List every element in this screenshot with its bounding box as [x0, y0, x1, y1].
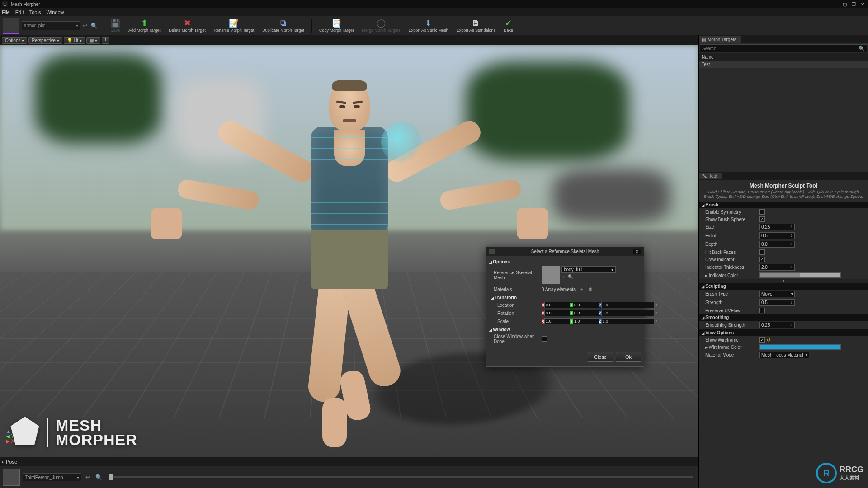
menu-tools[interactable]: Tools [29, 9, 41, 15]
menu-file[interactable]: File [2, 9, 10, 15]
menu-window[interactable]: Window [46, 9, 64, 15]
dialog-section-options[interactable]: Options [489, 258, 641, 265]
ref-mesh-dropdown[interactable]: body_full▾ [561, 266, 616, 273]
add-icon: ⬆ [141, 19, 148, 27]
brush-size-input[interactable]: 0.25⇕ [760, 224, 795, 230]
restore-button[interactable]: ❐ [850, 2, 857, 7]
indicator-thickness-input[interactable]: 2.0⇕ [760, 264, 795, 271]
anim-back-icon[interactable]: ↩ [84, 474, 91, 480]
reset-icon[interactable]: ↺ [767, 338, 770, 343]
asset-thumbnail[interactable] [3, 18, 19, 34]
dialog-ok-btn[interactable]: Ok [616, 352, 641, 362]
asset-back-icon[interactable]: ↩ [81, 23, 89, 29]
tool-icon: 🔧 [702, 174, 707, 178]
tab-morph-targets[interactable]: ▤ Morph Targets [699, 36, 741, 43]
smoothing-strength-input[interactable]: 0.25⇕ [760, 322, 795, 328]
draw-indicator-checkbox[interactable]: ✓ [760, 257, 765, 262]
wireframe-color-swatch[interactable] [760, 344, 841, 350]
bake-button[interactable]: ✔ Bake [500, 17, 517, 35]
search-icon: 🔍 [859, 46, 865, 52]
morph-target-item[interactable]: Test [699, 61, 868, 68]
duplicate-morph-target-button[interactable]: ⧉ Duplicate Morph Target [259, 17, 308, 35]
minimize-button[interactable]: — [832, 2, 839, 7]
morph-search[interactable]: 🔍 [700, 44, 867, 52]
rename-morph-target-button[interactable]: 📝 Rename Morph Target [210, 17, 258, 35]
morph-column-header: Name [699, 53, 868, 61]
viewport-lit-button[interactable]: 💡Lit▾ [64, 37, 85, 44]
dialog-close-btn[interactable]: Close [588, 352, 613, 362]
timeline-handle[interactable] [109, 474, 113, 480]
strength-input[interactable]: 0.5⇕ [760, 299, 795, 306]
brush-depth-input[interactable]: 0.0⇕ [760, 241, 795, 248]
enable-symmetry-checkbox[interactable] [760, 209, 765, 215]
preserve-uvflow-checkbox[interactable] [760, 308, 765, 313]
timeline-track[interactable] [109, 476, 693, 478]
close-when-done-label: Close Window when Done [494, 334, 539, 344]
materials-add-icon[interactable]: ＋ [580, 286, 584, 292]
merge-morph-targets-button[interactable]: ◯ Merge Morph Targets [358, 17, 404, 35]
morph-search-input[interactable] [702, 46, 859, 51]
ref-mesh-label: Reference Skeletal Mesh [494, 270, 539, 280]
close-window-button[interactable]: ✕ [859, 2, 866, 7]
section-sculpting[interactable]: Sculpting [699, 283, 868, 290]
ref-search-icon[interactable]: 🔍 [568, 274, 573, 279]
scale-z-input[interactable] [601, 318, 655, 324]
viewport-misc-button[interactable]: ! [102, 37, 109, 44]
chevron-down-icon: ▾ [57, 38, 59, 43]
dialog-section-window[interactable]: Window [489, 325, 641, 333]
show-wireframe-checkbox[interactable]: ✓ [760, 337, 765, 343]
asset-dropdown[interactable]: armor_pbr ▾ [22, 21, 80, 30]
rotation-z-input[interactable] [601, 310, 655, 316]
expand-icon[interactable]: ▸ [2, 460, 4, 464]
materials-clear-icon[interactable]: 🗑 [588, 287, 593, 292]
toolbar: armor_pbr ▾ ↩ 🔍 💾 Save ⬆ Add Morph Targe… [0, 16, 868, 35]
brush-falloff-input[interactable]: 0.5⇕ [760, 232, 795, 239]
menubar: File Edit Tools Window [0, 8, 868, 16]
copy-icon: 📑 [331, 19, 341, 27]
maximize-button[interactable]: ▢ [841, 2, 848, 7]
export-static-mesh-button[interactable]: ⬇ Export As Static Mesh [405, 17, 452, 35]
viewport-options-button[interactable]: Options▾ [2, 37, 27, 44]
brush-type-dropdown[interactable]: Move▾ [760, 291, 795, 297]
viewport-perspective-button[interactable]: Perspective▾ [28, 37, 62, 44]
tool-title: Mesh Morpher Sculpt Tool [699, 180, 868, 190]
chevron-down-icon: ▾ [22, 38, 24, 43]
dialog-section-transform[interactable]: Transform [489, 293, 641, 301]
lightbulb-icon: 💡 [67, 38, 72, 43]
delete-morph-target-button[interactable]: ✖ Delete Morph Target [165, 17, 209, 35]
copy-morph-target-button[interactable]: 📑 Copy Morph Target [316, 17, 357, 35]
material-mode-dropdown[interactable]: Mesh Focus Material▾ [760, 352, 809, 358]
rename-icon: 📝 [229, 19, 239, 27]
morph-targets-tabbar: ▤ Morph Targets [699, 35, 868, 43]
asset-search-icon[interactable]: 🔍 [90, 23, 99, 29]
export-standalone-button[interactable]: 🗎 Export As Standalone [453, 17, 500, 35]
expand-more-button[interactable]: ▼ [699, 279, 868, 283]
viewport-toolbar: Options▾ Perspective▾ 💡Lit▾ ▦▾ ! [0, 35, 698, 45]
delete-icon: ✖ [184, 19, 191, 27]
dialog-close-button[interactable]: ✕ [633, 249, 641, 254]
section-smoothing[interactable]: Smoothing [699, 314, 868, 321]
close-when-done-checkbox[interactable] [542, 336, 547, 342]
anim-search-icon[interactable]: 🔍 [94, 474, 104, 480]
section-view-options[interactable]: View Options [699, 329, 868, 336]
anim-dropdown[interactable]: ThirdPerson_Jump▾ [23, 473, 81, 481]
location-z-input[interactable] [601, 302, 655, 308]
viewport[interactable]: ▲ Z ◀ Y ▶ X MESH MORPHER Select a Refere… [0, 45, 698, 457]
ref-mesh-thumbnail[interactable] [542, 266, 560, 284]
export-static-icon: ⬇ [425, 19, 432, 27]
show-icon: ▦ [90, 38, 94, 43]
save-button[interactable]: 💾 Save [107, 17, 124, 35]
hit-back-faces-checkbox[interactable] [760, 249, 765, 255]
tab-tool[interactable]: 🔧 Tool [699, 173, 722, 179]
titlebar: U Mesh Morpher — ▢ ❐ ✕ [0, 0, 868, 8]
show-brush-sphere-checkbox[interactable]: ✓ [760, 216, 765, 222]
menu-edit[interactable]: Edit [15, 9, 24, 15]
section-brush[interactable]: Brush [699, 202, 868, 208]
anim-thumbnail[interactable] [3, 469, 20, 486]
ref-back-icon[interactable]: ↩ [563, 274, 566, 279]
save-icon: 💾 [110, 19, 120, 27]
wireframe-color-label: ▸ Wireframe Color [705, 345, 760, 350]
indicator-color-swatch[interactable] [760, 272, 841, 278]
viewport-show-button[interactable]: ▦▾ [86, 37, 100, 44]
add-morph-target-button[interactable]: ⬆ Add Morph Target [125, 17, 164, 35]
